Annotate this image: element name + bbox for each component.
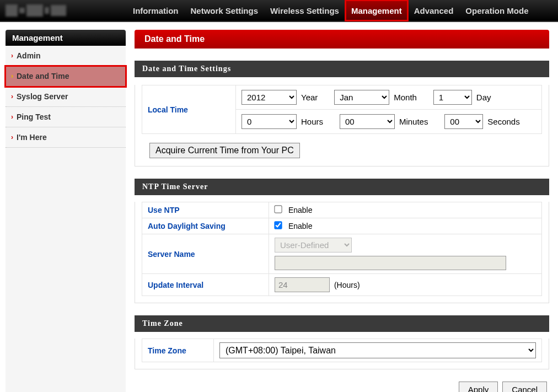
apply-button[interactable]: Apply	[459, 382, 498, 392]
nav-information[interactable]: Information	[127, 0, 185, 21]
minutes-select[interactable]: 00	[340, 114, 395, 129]
server-name-label: Server Name	[142, 234, 269, 274]
main-content: Date and Time Date and Time Settings Loc…	[126, 30, 558, 392]
sidebar-item-label: Syslog Server	[17, 92, 68, 101]
section-header-time-zone: Time Zone	[135, 315, 549, 332]
page-title: Date and Time	[135, 30, 549, 49]
section-date-time: Date and Time Settings Local Time 2012 Y…	[135, 61, 549, 167]
sidebar-item-admin[interactable]: › Admin	[6, 46, 126, 66]
time-zone-label: Time Zone	[142, 339, 214, 362]
section-ntp: NTP Time Server Use NTP Enable Auto Dayl…	[135, 179, 549, 303]
chevron-right-icon: ›	[11, 52, 13, 60]
chevron-right-icon: ›	[11, 93, 13, 100]
sidebar-item-im-here[interactable]: › I'm Here	[6, 127, 126, 148]
day-label: Day	[476, 93, 491, 102]
sidebar: Management › Admin › Date and Time › Sys…	[6, 30, 126, 392]
footer-buttons: Apply Cancel	[135, 382, 549, 392]
month-label: Month	[394, 93, 417, 102]
section-time-zone: Time Zone Time Zone (GMT+08:00) Taipei, …	[135, 315, 549, 369]
day-select[interactable]: 1	[433, 90, 472, 105]
sidebar-item-label: I'm Here	[17, 133, 47, 142]
nav-operation-mode[interactable]: Operation Mode	[459, 0, 534, 21]
sidebar-item-ping-test[interactable]: › Ping Test	[6, 107, 126, 127]
sidebar-item-label: Admin	[17, 51, 41, 60]
sidebar-item-syslog-server[interactable]: › Syslog Server	[6, 87, 126, 107]
use-ntp-checkbox[interactable]	[274, 205, 282, 213]
seconds-label: Seconds	[487, 117, 519, 126]
nav-wireless-settings[interactable]: Wireless Settings	[264, 0, 345, 21]
auto-dls-checkbox[interactable]	[274, 221, 282, 229]
seconds-select[interactable]: 00	[444, 114, 483, 129]
auto-dls-enable-text: Enable	[288, 222, 313, 230]
local-time-label: Local Time	[142, 85, 236, 134]
minutes-label: Minutes	[399, 117, 428, 126]
server-name-input[interactable]	[275, 256, 506, 270]
use-ntp-label: Use NTP	[142, 202, 269, 218]
sidebar-title: Management	[6, 30, 126, 46]
nav-management[interactable]: Management	[345, 0, 408, 21]
server-name-select[interactable]: User-Defined	[275, 238, 352, 253]
chevron-right-icon: ›	[11, 133, 13, 141]
brand-logo	[6, 3, 66, 18]
time-row: 0 Hours 00 Minutes 00 Seconds	[236, 110, 542, 134]
nav-advanced[interactable]: Advanced	[408, 0, 460, 21]
nav-network-settings[interactable]: Network Settings	[185, 0, 265, 21]
acquire-time-button[interactable]: Acquire Current Time from Your PC	[149, 143, 300, 158]
chevron-right-icon: ›	[11, 113, 13, 121]
use-ntp-enable-text: Enable	[288, 206, 313, 214]
update-interval-unit: (Hours)	[334, 281, 360, 289]
year-select[interactable]: 2012	[242, 90, 297, 105]
section-header-date-time: Date and Time Settings	[135, 61, 549, 77]
primary-nav: Information Network Settings Wireless Se…	[127, 0, 535, 21]
sidebar-item-label: Date and Time	[17, 72, 69, 80]
update-interval-input[interactable]	[275, 277, 330, 292]
top-navbar: Information Network Settings Wireless Se…	[0, 0, 558, 22]
auto-dls-label: Auto Daylight Saving	[142, 218, 269, 234]
time-zone-select[interactable]: (GMT+08:00) Taipei, Taiwan	[219, 342, 536, 358]
date-row: 2012 Year Jan Month 1 Day	[236, 85, 542, 110]
year-label: Year	[301, 93, 318, 102]
sidebar-item-label: Ping Test	[17, 112, 51, 121]
sidebar-item-date-and-time[interactable]: › Date and Time	[6, 66, 126, 87]
section-header-ntp: NTP Time Server	[135, 179, 549, 195]
hours-label: Hours	[301, 117, 323, 126]
month-select[interactable]: Jan	[334, 90, 389, 105]
cancel-button[interactable]: Cancel	[502, 382, 547, 392]
hours-select[interactable]: 0	[242, 114, 297, 129]
chevron-right-icon: ›	[11, 72, 13, 80]
update-interval-label: Update Interval	[142, 274, 269, 296]
